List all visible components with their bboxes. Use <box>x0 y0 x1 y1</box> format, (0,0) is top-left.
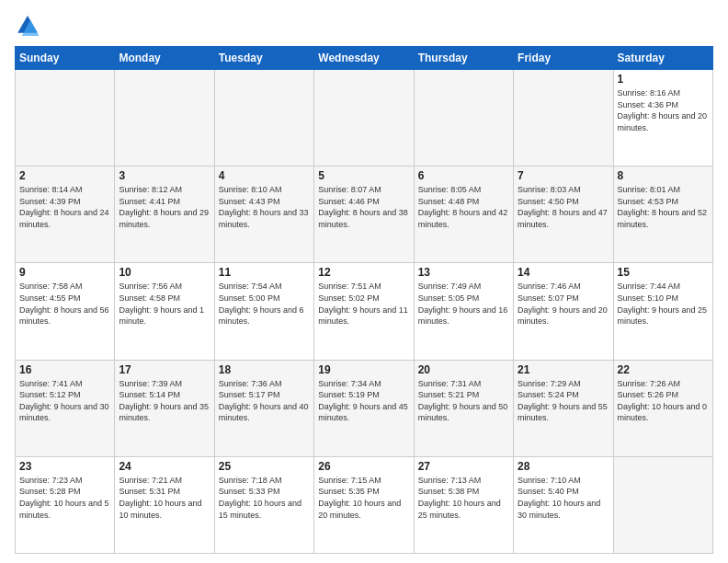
week-row-1: 1Sunrise: 8:16 AMSunset: 4:36 PMDaylight… <box>16 70 713 167</box>
weekday-header-tuesday: Tuesday <box>214 47 313 70</box>
calendar-cell: 10Sunrise: 7:56 AMSunset: 4:58 PMDayligh… <box>115 263 214 360</box>
calendar-cell: 14Sunrise: 7:46 AMSunset: 5:07 PMDayligh… <box>514 263 613 360</box>
calendar-cell: 6Sunrise: 8:05 AMSunset: 4:48 PMDaylight… <box>414 167 513 263</box>
cell-info: Sunrise: 8:16 AMSunset: 4:36 PMDaylight:… <box>618 87 709 133</box>
cell-info: Sunrise: 7:34 AMSunset: 5:19 PMDaylight:… <box>318 378 409 424</box>
cell-info: Sunrise: 7:39 AMSunset: 5:14 PMDaylight:… <box>119 378 210 424</box>
day-number: 9 <box>19 266 110 279</box>
page: SundayMondayTuesdayWednesdayThursdayFrid… <box>0 0 728 563</box>
calendar-cell: 28Sunrise: 7:10 AMSunset: 5:40 PMDayligh… <box>514 456 613 553</box>
calendar-cell: 27Sunrise: 7:13 AMSunset: 5:38 PMDayligh… <box>414 456 513 553</box>
calendar-cell: 20Sunrise: 7:31 AMSunset: 5:21 PMDayligh… <box>414 360 513 456</box>
cell-info: Sunrise: 7:10 AMSunset: 5:40 PMDaylight:… <box>518 475 609 521</box>
day-number: 2 <box>19 169 110 182</box>
calendar-cell: 11Sunrise: 7:54 AMSunset: 5:00 PMDayligh… <box>214 263 313 360</box>
calendar: SundayMondayTuesdayWednesdayThursdayFrid… <box>15 46 713 554</box>
calendar-cell <box>214 70 313 167</box>
day-number: 8 <box>618 169 709 182</box>
day-number: 6 <box>418 169 509 182</box>
calendar-cell: 16Sunrise: 7:41 AMSunset: 5:12 PMDayligh… <box>16 360 115 456</box>
day-number: 19 <box>318 363 409 376</box>
day-number: 21 <box>518 363 609 376</box>
calendar-cell: 18Sunrise: 7:36 AMSunset: 5:17 PMDayligh… <box>214 360 313 456</box>
weekday-header-sunday: Sunday <box>16 47 115 70</box>
day-number: 5 <box>318 169 409 182</box>
day-number: 7 <box>518 169 609 182</box>
day-number: 25 <box>219 460 310 473</box>
weekday-header-monday: Monday <box>115 47 214 70</box>
day-number: 12 <box>318 266 409 279</box>
calendar-cell: 9Sunrise: 7:58 AMSunset: 4:55 PMDaylight… <box>16 263 115 360</box>
day-number: 20 <box>418 363 509 376</box>
cell-info: Sunrise: 7:36 AMSunset: 5:17 PMDaylight:… <box>219 378 310 424</box>
calendar-cell <box>115 70 214 167</box>
logo-icon <box>15 13 40 39</box>
calendar-cell: 21Sunrise: 7:29 AMSunset: 5:24 PMDayligh… <box>514 360 613 456</box>
weekday-header-row: SundayMondayTuesdayWednesdayThursdayFrid… <box>16 47 713 70</box>
day-number: 14 <box>518 266 609 279</box>
day-number: 15 <box>618 266 709 279</box>
cell-info: Sunrise: 8:07 AMSunset: 4:46 PMDaylight:… <box>318 184 409 230</box>
day-number: 1 <box>618 73 709 86</box>
day-number: 26 <box>318 460 409 473</box>
header <box>15 13 713 39</box>
calendar-cell: 1Sunrise: 8:16 AMSunset: 4:36 PMDaylight… <box>613 70 712 167</box>
calendar-cell <box>414 70 513 167</box>
calendar-cell: 4Sunrise: 8:10 AMSunset: 4:43 PMDaylight… <box>214 167 313 263</box>
cell-info: Sunrise: 7:21 AMSunset: 5:31 PMDaylight:… <box>119 475 210 521</box>
day-number: 3 <box>119 169 210 182</box>
calendar-cell: 12Sunrise: 7:51 AMSunset: 5:02 PMDayligh… <box>314 263 414 360</box>
day-number: 22 <box>618 363 709 376</box>
cell-info: Sunrise: 7:18 AMSunset: 5:33 PMDaylight:… <box>219 475 310 521</box>
cell-info: Sunrise: 7:49 AMSunset: 5:05 PMDaylight:… <box>418 281 509 327</box>
cell-info: Sunrise: 7:23 AMSunset: 5:28 PMDaylight:… <box>19 475 110 521</box>
cell-info: Sunrise: 7:51 AMSunset: 5:02 PMDaylight:… <box>318 281 409 327</box>
logo <box>15 13 44 39</box>
week-row-2: 2Sunrise: 8:14 AMSunset: 4:39 PMDaylight… <box>16 167 713 263</box>
day-number: 11 <box>219 266 310 279</box>
calendar-cell: 13Sunrise: 7:49 AMSunset: 5:05 PMDayligh… <box>414 263 513 360</box>
day-number: 10 <box>119 266 210 279</box>
cell-info: Sunrise: 7:31 AMSunset: 5:21 PMDaylight:… <box>418 378 509 424</box>
weekday-header-saturday: Saturday <box>613 47 712 70</box>
week-row-5: 23Sunrise: 7:23 AMSunset: 5:28 PMDayligh… <box>16 456 713 553</box>
calendar-cell: 2Sunrise: 8:14 AMSunset: 4:39 PMDaylight… <box>16 167 115 263</box>
cell-info: Sunrise: 8:01 AMSunset: 4:53 PMDaylight:… <box>618 184 709 230</box>
cell-info: Sunrise: 7:58 AMSunset: 4:55 PMDaylight:… <box>19 281 110 327</box>
cell-info: Sunrise: 8:14 AMSunset: 4:39 PMDaylight:… <box>19 184 110 230</box>
calendar-cell: 19Sunrise: 7:34 AMSunset: 5:19 PMDayligh… <box>314 360 414 456</box>
day-number: 28 <box>518 460 609 473</box>
day-number: 27 <box>418 460 509 473</box>
cell-info: Sunrise: 7:46 AMSunset: 5:07 PMDaylight:… <box>518 281 609 327</box>
cell-info: Sunrise: 7:44 AMSunset: 5:10 PMDaylight:… <box>618 281 709 327</box>
day-number: 13 <box>418 266 509 279</box>
cell-info: Sunrise: 7:13 AMSunset: 5:38 PMDaylight:… <box>418 475 509 521</box>
day-number: 17 <box>119 363 210 376</box>
calendar-cell <box>16 70 115 167</box>
calendar-cell: 25Sunrise: 7:18 AMSunset: 5:33 PMDayligh… <box>214 456 313 553</box>
calendar-cell <box>314 70 414 167</box>
calendar-cell <box>613 456 712 553</box>
calendar-cell: 23Sunrise: 7:23 AMSunset: 5:28 PMDayligh… <box>16 456 115 553</box>
cell-info: Sunrise: 7:29 AMSunset: 5:24 PMDaylight:… <box>518 378 609 424</box>
calendar-cell: 5Sunrise: 8:07 AMSunset: 4:46 PMDaylight… <box>314 167 414 263</box>
day-number: 16 <box>19 363 110 376</box>
day-number: 24 <box>119 460 210 473</box>
weekday-header-friday: Friday <box>514 47 613 70</box>
calendar-cell: 24Sunrise: 7:21 AMSunset: 5:31 PMDayligh… <box>115 456 214 553</box>
cell-info: Sunrise: 7:56 AMSunset: 4:58 PMDaylight:… <box>119 281 210 327</box>
day-number: 18 <box>219 363 310 376</box>
week-row-4: 16Sunrise: 7:41 AMSunset: 5:12 PMDayligh… <box>16 360 713 456</box>
cell-info: Sunrise: 7:26 AMSunset: 5:26 PMDaylight:… <box>618 378 709 424</box>
day-number: 23 <box>19 460 110 473</box>
cell-info: Sunrise: 8:10 AMSunset: 4:43 PMDaylight:… <box>219 184 310 230</box>
calendar-cell: 15Sunrise: 7:44 AMSunset: 5:10 PMDayligh… <box>613 263 712 360</box>
calendar-cell: 26Sunrise: 7:15 AMSunset: 5:35 PMDayligh… <box>314 456 414 553</box>
cell-info: Sunrise: 8:03 AMSunset: 4:50 PMDaylight:… <box>518 184 609 230</box>
calendar-cell: 3Sunrise: 8:12 AMSunset: 4:41 PMDaylight… <box>115 167 214 263</box>
cell-info: Sunrise: 7:15 AMSunset: 5:35 PMDaylight:… <box>318 475 409 521</box>
calendar-cell <box>514 70 613 167</box>
calendar-cell: 7Sunrise: 8:03 AMSunset: 4:50 PMDaylight… <box>514 167 613 263</box>
calendar-cell: 22Sunrise: 7:26 AMSunset: 5:26 PMDayligh… <box>613 360 712 456</box>
calendar-cell: 8Sunrise: 8:01 AMSunset: 4:53 PMDaylight… <box>613 167 712 263</box>
